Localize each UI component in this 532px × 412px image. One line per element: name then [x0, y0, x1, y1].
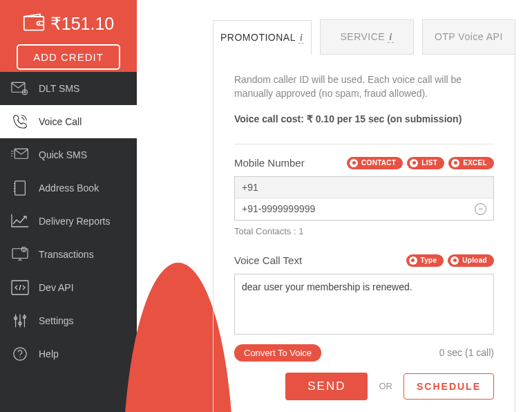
- svg-point-13: [19, 357, 20, 357]
- sidebar-item-label: Delivery Reports: [39, 216, 110, 227]
- cost-text: Voice call cost: ₹ 0.10 per 15 sec (on s…: [234, 113, 494, 124]
- code-icon: [11, 280, 29, 295]
- radio-dot-icon: [450, 256, 459, 265]
- radio-dot-icon: [350, 159, 358, 167]
- tabs: PROMOTIONALi SERVICEi OTP Voice API: [213, 19, 515, 55]
- sliders-icon: [11, 313, 29, 328]
- tab-otp-voice-api[interactable]: OTP Voice API: [422, 19, 515, 55]
- sidebar-nav: DLT SMS Voice Call Quick SMS Address Boo…: [0, 72, 137, 371]
- monitor-money-icon: $: [11, 247, 29, 262]
- upload-pill[interactable]: Upload: [448, 254, 494, 267]
- radio-dot-icon: [409, 256, 417, 265]
- sidebar-item-label: Settings: [39, 315, 74, 326]
- schedule-button[interactable]: SCHEDULE: [403, 373, 494, 400]
- voice-text-label: Voice Call Text: [234, 254, 302, 266]
- sidebar-item-label: Transactions: [39, 249, 94, 260]
- envelope-plus-icon: [11, 81, 29, 96]
- wallet-icon: [23, 12, 45, 35]
- help-icon: [11, 346, 29, 362]
- info-icon[interactable]: i: [388, 32, 393, 43]
- remove-contact-button[interactable]: −: [475, 203, 486, 215]
- panel: Random caller ID will be used. Each voic…: [213, 55, 515, 412]
- panel-description: Random caller ID will be used. Each voic…: [234, 73, 494, 101]
- sidebar-item-label: Address Book: [39, 182, 99, 194]
- svg-rect-4: [15, 181, 26, 195]
- svg-rect-5: [12, 249, 28, 259]
- sidebar-item-label: Quick SMS: [39, 149, 87, 160]
- sidebar-item-dlt-sms[interactable]: DLT SMS: [0, 72, 137, 105]
- svg-point-0: [39, 23, 40, 24]
- mobile-number-label: Mobile Number: [234, 157, 305, 169]
- mobile-prefix[interactable]: +91: [235, 177, 493, 198]
- excel-pill[interactable]: EXCEL: [448, 157, 494, 169]
- sidebar-item-label: Help: [39, 348, 59, 359]
- or-label: OR: [379, 381, 392, 391]
- add-credit-button[interactable]: ADD CREDIT: [17, 44, 120, 70]
- main-content: PROMOTIONALi SERVICEi OTP Voice API Rand…: [137, 0, 532, 412]
- sidebar-item-voice-call[interactable]: Voice Call: [0, 105, 137, 138]
- sidebar-item-label: Voice Call: [39, 116, 82, 127]
- contact-number: +91-9999999999: [242, 203, 315, 214]
- book-icon: [11, 180, 29, 196]
- convert-to-voice-button[interactable]: Convert To Voice: [234, 344, 321, 362]
- contact-pill[interactable]: CONTACT: [347, 157, 403, 169]
- total-contacts: Total Contacts : 1: [234, 226, 494, 236]
- info-icon[interactable]: i: [298, 32, 304, 44]
- radio-dot-icon: [451, 159, 459, 167]
- sidebar-item-help[interactable]: Help: [0, 337, 137, 371]
- mobile-number-box: +91 +91-9999999999 −: [234, 176, 494, 221]
- type-pill[interactable]: Type: [406, 254, 444, 267]
- sidebar-item-settings[interactable]: Settings: [0, 304, 137, 337]
- divider: [234, 144, 494, 144]
- sidebar-header: ₹151.10 ADD CREDIT: [0, 0, 137, 72]
- sidebar-item-delivery-reports[interactable]: Delivery Reports: [0, 205, 137, 238]
- sidebar-item-transactions[interactable]: $ Transactions: [0, 238, 137, 271]
- balance-amount: ₹151.10: [50, 14, 114, 34]
- radio-dot-icon: [410, 159, 418, 167]
- phone-icon: [11, 114, 29, 129]
- send-button[interactable]: SEND: [285, 373, 368, 400]
- sidebar-item-label: Dev API: [39, 282, 74, 293]
- sidebar-item-quick-sms[interactable]: Quick SMS: [0, 138, 137, 171]
- voice-text-input[interactable]: [234, 274, 494, 335]
- sidebar: ₹151.10 ADD CREDIT DLT SMS Voice Call Qu…: [0, 0, 137, 412]
- svg-rect-3: [15, 149, 28, 158]
- sidebar-item-dev-api[interactable]: Dev API: [0, 271, 137, 304]
- chart-line-icon: [11, 214, 29, 229]
- sidebar-item-address-book[interactable]: Address Book: [0, 171, 137, 205]
- tab-promotional[interactable]: PROMOTIONALi: [213, 20, 312, 55]
- list-pill[interactable]: LIST: [407, 157, 444, 169]
- envelope-fast-icon: [11, 147, 29, 162]
- voice-duration-meta: 0 sec (1 call): [439, 347, 494, 358]
- sidebar-item-label: DLT SMS: [39, 83, 79, 94]
- tab-service[interactable]: SERVICEi: [320, 19, 413, 55]
- contact-entry: +91-9999999999 −: [235, 198, 493, 220]
